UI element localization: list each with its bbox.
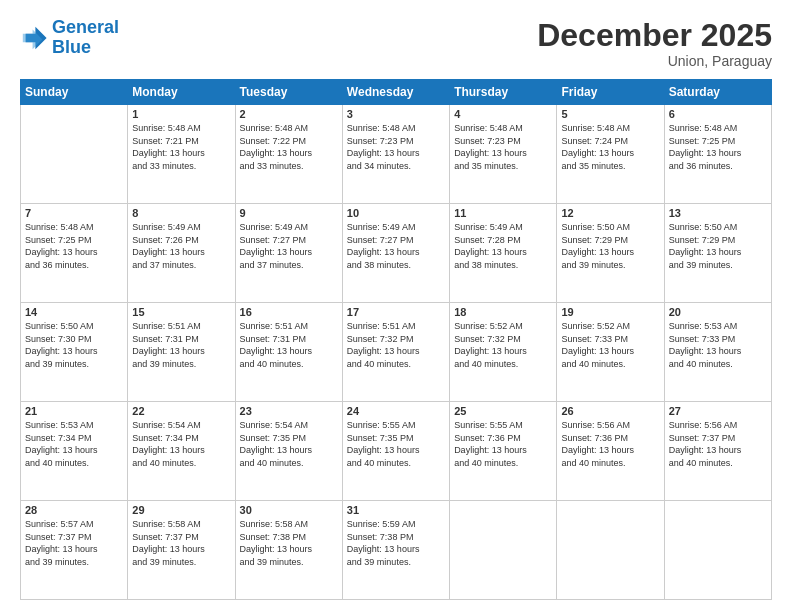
calendar-cell: 17Sunrise: 5:51 AM Sunset: 7:32 PM Dayli… [342,303,449,402]
logo-icon [20,24,48,52]
col-sunday: Sunday [21,80,128,105]
logo-blue: Blue [52,37,91,57]
cell-info: Sunrise: 5:53 AM Sunset: 7:33 PM Dayligh… [669,320,767,370]
cell-info: Sunrise: 5:48 AM Sunset: 7:23 PM Dayligh… [347,122,445,172]
day-number: 10 [347,207,445,219]
calendar-cell: 30Sunrise: 5:58 AM Sunset: 7:38 PM Dayli… [235,501,342,600]
cell-info: Sunrise: 5:48 AM Sunset: 7:24 PM Dayligh… [561,122,659,172]
calendar-cell: 23Sunrise: 5:54 AM Sunset: 7:35 PM Dayli… [235,402,342,501]
day-number: 22 [132,405,230,417]
cell-info: Sunrise: 5:48 AM Sunset: 7:25 PM Dayligh… [669,122,767,172]
day-number: 20 [669,306,767,318]
calendar-cell: 11Sunrise: 5:49 AM Sunset: 7:28 PM Dayli… [450,204,557,303]
cell-info: Sunrise: 5:53 AM Sunset: 7:34 PM Dayligh… [25,419,123,469]
cell-info: Sunrise: 5:48 AM Sunset: 7:23 PM Dayligh… [454,122,552,172]
week-row-4: 21Sunrise: 5:53 AM Sunset: 7:34 PM Dayli… [21,402,772,501]
week-row-1: 1Sunrise: 5:48 AM Sunset: 7:21 PM Daylig… [21,105,772,204]
calendar-cell: 2Sunrise: 5:48 AM Sunset: 7:22 PM Daylig… [235,105,342,204]
logo-text: General Blue [52,18,119,58]
cell-info: Sunrise: 5:50 AM Sunset: 7:29 PM Dayligh… [669,221,767,271]
calendar-cell: 12Sunrise: 5:50 AM Sunset: 7:29 PM Dayli… [557,204,664,303]
cell-info: Sunrise: 5:48 AM Sunset: 7:22 PM Dayligh… [240,122,338,172]
subtitle: Union, Paraguay [537,53,772,69]
title-block: December 2025 Union, Paraguay [537,18,772,69]
day-number: 13 [669,207,767,219]
day-number: 16 [240,306,338,318]
day-number: 30 [240,504,338,516]
cell-info: Sunrise: 5:57 AM Sunset: 7:37 PM Dayligh… [25,518,123,568]
day-number: 25 [454,405,552,417]
calendar-header-row: Sunday Monday Tuesday Wednesday Thursday… [21,80,772,105]
calendar-cell: 29Sunrise: 5:58 AM Sunset: 7:37 PM Dayli… [128,501,235,600]
calendar-cell: 20Sunrise: 5:53 AM Sunset: 7:33 PM Dayli… [664,303,771,402]
day-number: 24 [347,405,445,417]
day-number: 12 [561,207,659,219]
cell-info: Sunrise: 5:55 AM Sunset: 7:35 PM Dayligh… [347,419,445,469]
calendar-cell: 6Sunrise: 5:48 AM Sunset: 7:25 PM Daylig… [664,105,771,204]
cell-info: Sunrise: 5:56 AM Sunset: 7:37 PM Dayligh… [669,419,767,469]
day-number: 23 [240,405,338,417]
day-number: 26 [561,405,659,417]
calendar-cell: 27Sunrise: 5:56 AM Sunset: 7:37 PM Dayli… [664,402,771,501]
day-number: 29 [132,504,230,516]
calendar-cell: 3Sunrise: 5:48 AM Sunset: 7:23 PM Daylig… [342,105,449,204]
day-number: 5 [561,108,659,120]
col-monday: Monday [128,80,235,105]
calendar-cell: 25Sunrise: 5:55 AM Sunset: 7:36 PM Dayli… [450,402,557,501]
day-number: 14 [25,306,123,318]
logo: General Blue [20,18,119,58]
page: General Blue December 2025 Union, Paragu… [0,0,792,612]
cell-info: Sunrise: 5:52 AM Sunset: 7:33 PM Dayligh… [561,320,659,370]
col-tuesday: Tuesday [235,80,342,105]
cell-info: Sunrise: 5:54 AM Sunset: 7:34 PM Dayligh… [132,419,230,469]
day-number: 15 [132,306,230,318]
calendar-cell: 7Sunrise: 5:48 AM Sunset: 7:25 PM Daylig… [21,204,128,303]
day-number: 11 [454,207,552,219]
calendar-cell: 22Sunrise: 5:54 AM Sunset: 7:34 PM Dayli… [128,402,235,501]
cell-info: Sunrise: 5:49 AM Sunset: 7:26 PM Dayligh… [132,221,230,271]
week-row-2: 7Sunrise: 5:48 AM Sunset: 7:25 PM Daylig… [21,204,772,303]
day-number: 8 [132,207,230,219]
day-number: 28 [25,504,123,516]
calendar-cell: 10Sunrise: 5:49 AM Sunset: 7:27 PM Dayli… [342,204,449,303]
cell-info: Sunrise: 5:55 AM Sunset: 7:36 PM Dayligh… [454,419,552,469]
calendar-cell: 16Sunrise: 5:51 AM Sunset: 7:31 PM Dayli… [235,303,342,402]
week-row-3: 14Sunrise: 5:50 AM Sunset: 7:30 PM Dayli… [21,303,772,402]
day-number: 7 [25,207,123,219]
calendar-cell: 21Sunrise: 5:53 AM Sunset: 7:34 PM Dayli… [21,402,128,501]
logo-general: General [52,17,119,37]
cell-info: Sunrise: 5:50 AM Sunset: 7:30 PM Dayligh… [25,320,123,370]
cell-info: Sunrise: 5:58 AM Sunset: 7:38 PM Dayligh… [240,518,338,568]
calendar-cell: 24Sunrise: 5:55 AM Sunset: 7:35 PM Dayli… [342,402,449,501]
calendar-cell: 28Sunrise: 5:57 AM Sunset: 7:37 PM Dayli… [21,501,128,600]
calendar-cell [557,501,664,600]
week-row-5: 28Sunrise: 5:57 AM Sunset: 7:37 PM Dayli… [21,501,772,600]
day-number: 3 [347,108,445,120]
calendar-cell: 26Sunrise: 5:56 AM Sunset: 7:36 PM Dayli… [557,402,664,501]
cell-info: Sunrise: 5:49 AM Sunset: 7:28 PM Dayligh… [454,221,552,271]
calendar-cell: 9Sunrise: 5:49 AM Sunset: 7:27 PM Daylig… [235,204,342,303]
day-number: 2 [240,108,338,120]
cell-info: Sunrise: 5:51 AM Sunset: 7:31 PM Dayligh… [132,320,230,370]
day-number: 17 [347,306,445,318]
day-number: 6 [669,108,767,120]
day-number: 31 [347,504,445,516]
cell-info: Sunrise: 5:52 AM Sunset: 7:32 PM Dayligh… [454,320,552,370]
calendar-table: Sunday Monday Tuesday Wednesday Thursday… [20,79,772,600]
day-number: 19 [561,306,659,318]
cell-info: Sunrise: 5:51 AM Sunset: 7:31 PM Dayligh… [240,320,338,370]
col-friday: Friday [557,80,664,105]
calendar-cell: 15Sunrise: 5:51 AM Sunset: 7:31 PM Dayli… [128,303,235,402]
calendar-cell: 14Sunrise: 5:50 AM Sunset: 7:30 PM Dayli… [21,303,128,402]
main-title: December 2025 [537,18,772,53]
day-number: 4 [454,108,552,120]
cell-info: Sunrise: 5:59 AM Sunset: 7:38 PM Dayligh… [347,518,445,568]
cell-info: Sunrise: 5:48 AM Sunset: 7:25 PM Dayligh… [25,221,123,271]
calendar-cell: 18Sunrise: 5:52 AM Sunset: 7:32 PM Dayli… [450,303,557,402]
col-wednesday: Wednesday [342,80,449,105]
col-thursday: Thursday [450,80,557,105]
cell-info: Sunrise: 5:50 AM Sunset: 7:29 PM Dayligh… [561,221,659,271]
calendar-cell: 31Sunrise: 5:59 AM Sunset: 7:38 PM Dayli… [342,501,449,600]
calendar-cell [664,501,771,600]
day-number: 18 [454,306,552,318]
